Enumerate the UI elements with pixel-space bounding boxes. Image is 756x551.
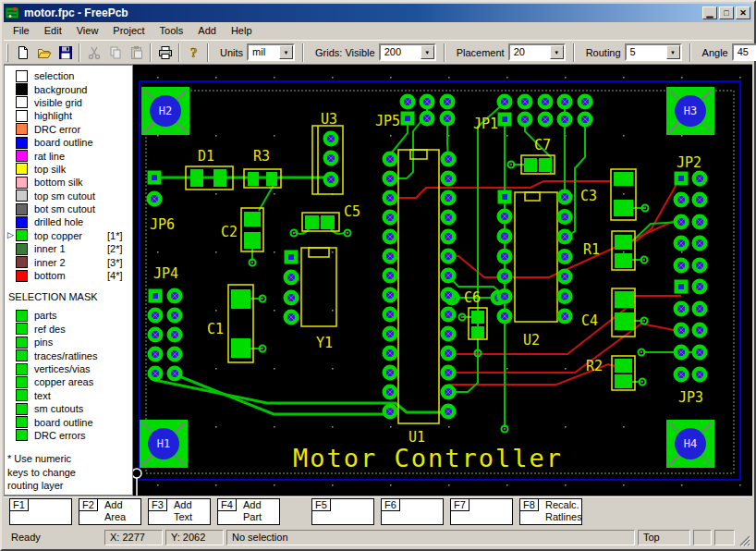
mask-swatch[interactable] [16,337,28,349]
layer-swatch[interactable] [16,70,28,82]
mask-swatch[interactable] [16,403,28,415]
mask-swatch[interactable] [16,363,28,375]
mask-row-drc-errors[interactable]: DRC errors [7,429,132,442]
silk-label-jp5[interactable]: JP5 [375,113,400,129]
mask-swatch[interactable] [16,323,28,335]
layer-row-background[interactable]: background [7,82,132,95]
resize-grip[interactable] [738,533,750,546]
layer-row-visible-grid[interactable]: visible grid [7,96,132,109]
layer-swatch[interactable] [16,123,28,135]
silk-label-c3[interactable]: C3 [580,188,597,204]
silk-label-c2[interactable]: C2 [221,224,238,240]
mask-swatch[interactable] [16,310,28,322]
layer-swatch[interactable] [16,256,28,268]
layer-swatch[interactable] [16,96,28,108]
mask-row-pins[interactable]: pins [7,336,132,349]
silk-label-d1[interactable]: D1 [198,148,214,165]
silk-label-u2[interactable]: U2 [523,332,540,349]
mask-swatch[interactable] [16,416,28,428]
layer-row-top-sm-cutout[interactable]: top sm cutout [7,190,132,202]
fkey-f7-button[interactable]: F7 [450,498,513,525]
board-title-text[interactable]: Motor Controller [293,444,563,472]
fkey-f3-button[interactable]: F3AddText [148,498,211,525]
layer-row-bottom[interactable]: bottom[4*] [7,269,132,282]
silk-label-jp2[interactable]: JP2 [677,154,701,171]
layer-swatch[interactable] [16,150,28,162]
chevron-down-icon[interactable]: ▼ [666,45,680,59]
fkey-f6-button[interactable]: F6 [381,498,444,525]
silk-label-jp6[interactable]: JP6 [150,216,175,233]
menu-file[interactable]: File [6,23,37,39]
layer-row-board-outline[interactable]: board outline [7,136,132,149]
layer-swatch[interactable] [16,270,28,282]
layer-row-bot-sm-cutout[interactable]: bot sm cutout [7,202,132,215]
chevron-down-icon[interactable]: ▼ [279,45,293,59]
mask-row-copper-areas[interactable]: copper areas [7,375,132,388]
mounting-hole-h3[interactable]: H3 [666,87,714,135]
copy-button[interactable] [104,43,126,62]
mask-row-text[interactable]: text [7,389,132,402]
chevron-down-icon[interactable]: ▼ [421,45,434,59]
save-file-button[interactable] [55,43,76,62]
mask-row-traces-ratlines[interactable]: traces/ratlines [7,349,132,361]
silk-label-y1[interactable]: Y1 [316,335,333,351]
layer-row-selection[interactable]: selection [7,69,132,82]
mask-row-sm-cutouts[interactable]: sm cutouts [7,402,132,415]
mask-row-ref-des[interactable]: ref des [7,323,132,336]
silk-label-jp1[interactable]: JP1 [473,116,498,132]
units-dropdown[interactable]: mil ▼ [247,43,295,61]
menu-tools[interactable]: Tools [152,23,191,39]
open-file-button[interactable] [33,43,55,62]
silk-label-c6[interactable]: C6 [464,289,481,306]
silk-label-u3[interactable]: U3 [321,111,337,128]
menu-view[interactable]: View [69,23,106,39]
cut-button[interactable] [83,43,104,62]
close-button[interactable]: ✕ [736,6,750,19]
pcb-canvas[interactable]: H2H3H1H4 D1R3U3JP5JP1C7JP2C3JP6C2C5JP4R1… [133,65,752,496]
minimize-button[interactable]: ▁ [702,6,717,19]
routing-dropdown[interactable]: 5 ▼ [625,43,682,61]
menu-edit[interactable]: Edit [37,23,69,39]
print-button[interactable] [154,43,176,62]
menu-help[interactable]: Help [224,23,260,39]
layer-row-top-copper[interactable]: ▷top copper[1*] [7,229,132,242]
paste-button[interactable] [126,43,147,62]
placement-dropdown[interactable]: 20 ▼ [508,43,566,61]
mask-swatch[interactable] [16,349,28,361]
silk-label-c1[interactable]: C1 [207,321,224,337]
angle-dropdown[interactable]: 45 ▼ [732,43,756,61]
layer-row-bottom-silk[interactable]: bottom silk [7,176,132,189]
layer-swatch[interactable] [16,137,28,149]
fkey-f5-button[interactable]: F5 [311,498,374,525]
mask-row-parts[interactable]: parts [7,309,132,322]
layer-swatch[interactable] [16,177,28,189]
layer-row-rat-line[interactable]: rat line [7,149,132,162]
layer-swatch[interactable] [16,163,28,175]
silk-label-c5[interactable]: C5 [344,203,360,220]
layer-swatch[interactable] [16,229,28,241]
mounting-hole-h1[interactable]: H1 [140,420,188,468]
mounting-hole-h4[interactable]: H4 [666,420,714,468]
toolbar-grip[interactable] [6,43,8,62]
silk-label-jp4[interactable]: JP4 [153,265,178,282]
mask-row-vertices-vias[interactable]: vertices/vias [7,362,132,375]
grids-dropdown[interactable]: 200 ▼ [379,43,436,61]
mask-swatch[interactable] [16,376,28,388]
layer-row-inner-2[interactable]: inner 2[3*] [7,255,132,268]
layer-swatch[interactable] [16,203,28,215]
help-button[interactable]: ? [183,43,204,62]
mounting-hole-h2[interactable]: H2 [141,87,189,135]
layer-row-inner-1[interactable]: inner 1[2*] [7,242,132,255]
title-bar[interactable]: motor.fpc - FreePcb ▁ □ ✕ [4,4,752,22]
menu-project[interactable]: Project [105,23,152,39]
chevron-down-icon[interactable]: ▼ [550,45,564,59]
layer-row-drilled-hole[interactable]: drilled hole [7,215,132,228]
mask-swatch[interactable] [16,389,28,401]
layer-swatch[interactable] [16,216,28,228]
layer-swatch[interactable] [16,243,28,255]
maximize-button[interactable]: □ [719,6,734,19]
silk-label-r2[interactable]: R2 [586,358,603,374]
layer-swatch[interactable] [16,83,28,95]
layer-swatch[interactable] [16,190,28,202]
fkey-f8-button[interactable]: F8Recalc.Ratlines [519,498,582,525]
